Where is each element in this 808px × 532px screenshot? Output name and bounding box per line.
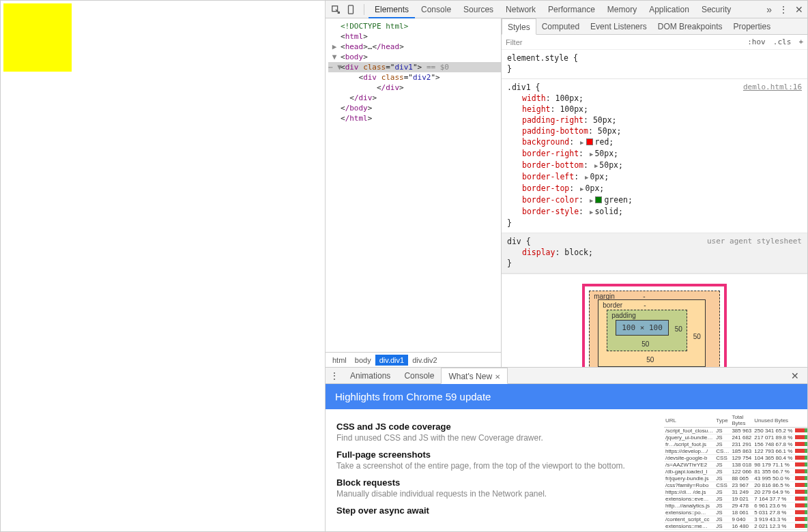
bm-border[interactable]: border - 50 50 padding 50 50 100 × 100: [598, 299, 706, 367]
drawer-tab-animations[interactable]: Animations: [343, 368, 397, 384]
dom-div2-close[interactable]: </div>: [328, 83, 501, 93]
css-decl[interactable]: width: 100px;: [507, 93, 802, 104]
tab-network[interactable]: Network: [500, 1, 542, 18]
dom-html-close[interactable]: </html>: [328, 113, 501, 123]
dom-div1[interactable]: ⋯ ▼<div class="div1"> == $0: [328, 62, 501, 72]
drawer-close-icon[interactable]: ✕: [791, 370, 799, 381]
new-rule-button[interactable]: +: [798, 38, 803, 46]
whatsnew-features: CSS and JS code coverageFind unused CSS …: [326, 409, 664, 531]
css-decl[interactable]: padding-bottom: 50px;: [507, 125, 802, 136]
div1-box[interactable]: [3, 3, 72, 72]
table-row[interactable]: /content_script_ccJS9 0403 919 43.3 %: [664, 516, 807, 523]
table-row[interactable]: fr…/script_foot.jsJS231 291156 748 67.8 …: [664, 441, 807, 448]
dom-body-close[interactable]: </body>: [328, 103, 501, 113]
subtab-properties[interactable]: Properties: [727, 18, 776, 35]
close-icon[interactable]: ✕: [495, 373, 500, 381]
bc-html[interactable]: html: [328, 355, 351, 366]
dom-tree[interactable]: <!DOCTYPE html> <html> ▶<head>…</head> ▼…: [326, 18, 501, 352]
css-decl[interactable]: border-top: ▶0px;: [507, 183, 802, 194]
main-toolbar: Elements Console Sources Network Perform…: [326, 1, 807, 18]
subtab-dombreakpoints[interactable]: DOM Breakpoints: [652, 18, 728, 35]
styles-filter-input[interactable]: Filter: [506, 38, 742, 46]
subtab-computed[interactable]: Computed: [536, 18, 585, 35]
tab-security[interactable]: Security: [695, 1, 737, 18]
breadcrumb: html body div.div1 div.div2: [326, 352, 501, 367]
subtab-eventlisteners[interactable]: Event Listeners: [585, 18, 652, 35]
feature-desc: Find unused CSS and JS with the new Cove…: [336, 433, 653, 443]
hov-toggle[interactable]: :hov: [747, 38, 766, 46]
bc-body[interactable]: body: [351, 355, 375, 366]
div2-box[interactable]: [3, 3, 72, 72]
table-row[interactable]: /jquery_ui-bundle…JS241 682217 071 89.8 …: [664, 434, 807, 441]
table-row[interactable]: https://di… /de.jsJS31 24920 279 64.9 %: [664, 489, 807, 496]
css-decl[interactable]: border-bottom: ▶50px;: [507, 160, 802, 171]
table-row[interactable]: extensions::po…JS18 0615 031 27.8 %: [664, 509, 807, 516]
styles-panel: Styles Computed Event Listeners DOM Brea…: [502, 18, 807, 367]
dom-body-open[interactable]: ▼<body>: [328, 52, 501, 62]
tab-elements[interactable]: Elements: [369, 1, 415, 18]
device-icon[interactable]: [345, 3, 357, 16]
css-decl[interactable]: border-style: ▶solid;: [507, 206, 802, 218]
svg-rect-1: [349, 5, 354, 13]
bm-padding[interactable]: padding 50 50 100 × 100: [607, 310, 687, 351]
bc-div1[interactable]: div.div1: [375, 355, 408, 366]
drawer-tab-whatsnew[interactable]: What's New✕: [441, 368, 508, 384]
drawer-tabs: ⋮ Animations Console What's New✕ ✕: [326, 368, 807, 384]
rule-source-link[interactable]: demlo.html:16: [743, 82, 802, 93]
cls-toggle[interactable]: .cls: [773, 38, 792, 46]
css-decl[interactable]: border-color: ▶green;: [507, 194, 802, 206]
tab-console[interactable]: Console: [415, 1, 457, 18]
feature-title: Step over async await: [336, 505, 653, 516]
drawer-tab-console[interactable]: Console: [397, 368, 441, 384]
table-row[interactable]: extensions::eve…JS19 0217 164 37.7 %: [664, 496, 807, 503]
styles-subtabs: Styles Computed Event Listeners DOM Brea…: [502, 18, 807, 35]
devtools-panel: Elements Console Sources Network Perform…: [325, 1, 807, 531]
table-row[interactable]: /s=AAZWThrYE2JS138 01898 179 71.1 %: [664, 462, 807, 469]
bm-margin[interactable]: margin - border - 50 50 padding 50: [589, 291, 720, 367]
css-decl[interactable]: height: 100px;: [507, 104, 802, 115]
kebab-menu-icon[interactable]: ⋮: [779, 4, 788, 15]
table-row[interactable]: fr/jquery-bundle.jsJS88 06543 995 50.0 %: [664, 475, 807, 482]
css-decl[interactable]: padding-right: 50px;: [507, 115, 802, 125]
feature-desc: Take a screenshot of the entire page, fr…: [336, 461, 653, 471]
tab-application[interactable]: Application: [643, 1, 695, 18]
drawer: ⋮ Animations Console What's New✕ ✕ Highl…: [326, 368, 807, 531]
inspect-icon[interactable]: [330, 3, 342, 16]
table-row[interactable]: https://develop…/CS…185 863122 793 66.1 …: [664, 448, 807, 455]
css-decl[interactable]: background: ▶red;: [507, 136, 802, 148]
dom-doctype[interactable]: <!DOCTYPE html>: [328, 21, 501, 31]
bc-div2[interactable]: div.div2: [408, 355, 441, 366]
rule-div1[interactable]: demlo.html:16 .div1 { width: 100px;heigh…: [502, 79, 807, 233]
tab-memory[interactable]: Memory: [601, 1, 643, 18]
table-row[interactable]: /css?family=RoboCSS23 96720 816 86.5 %: [664, 482, 807, 489]
table-row[interactable]: extensions::me…JS16 4802 021 12.3 %: [664, 523, 807, 530]
css-decl[interactable]: display: block;: [507, 247, 802, 258]
close-devtools-icon[interactable]: ✕: [795, 4, 803, 15]
drawer-menu-icon[interactable]: ⋮: [330, 370, 339, 381]
css-decl[interactable]: border-right: ▶50px;: [507, 148, 802, 160]
dom-div2-open[interactable]: <div class="div2">: [328, 72, 501, 83]
css-decl[interactable]: border-left: ▶0px;: [507, 171, 802, 183]
feature-title: Full-page screenshots: [336, 449, 653, 460]
dom-div1-close[interactable]: </div>: [328, 93, 501, 103]
table-row[interactable]: http…//analytics.jsJS29 4786 961 23.6 %: [664, 503, 807, 509]
table-row[interactable]: /script_foot_closu…JS385 963250 341 65.2…: [664, 428, 807, 434]
devtools-window: Elements Console Sources Network Perform…: [0, 0, 808, 532]
style-rules: element.style { } demlo.html:16 .div1 { …: [502, 50, 807, 367]
more-tabs-icon[interactable]: »: [766, 4, 772, 15]
tab-sources[interactable]: Sources: [457, 1, 500, 18]
table-row[interactable]: /devsite-google-bCSS129 754104 365 80.4 …: [664, 455, 807, 462]
styles-filter-row: Filter :hov .cls +: [502, 35, 807, 50]
coverage-table: URLTypeTotal BytesUnused Bytes/script_fo…: [664, 409, 807, 531]
bm-content[interactable]: 100 × 100: [616, 320, 669, 336]
ua-stylesheet-label: user agent stylesheet: [707, 236, 802, 247]
dom-head[interactable]: ▶<head>…</head>: [328, 42, 501, 52]
tab-performance[interactable]: Performance: [542, 1, 601, 18]
demo-container: [3, 3, 325, 72]
dom-html-open[interactable]: <html>: [328, 31, 501, 42]
rule-element-style[interactable]: element.style { }: [502, 50, 807, 79]
rule-div-ua[interactable]: user agent stylesheet div { display: blo…: [502, 233, 807, 274]
table-row[interactable]: /db-gapi.loaded_lJS122 06681 355 66.7 %: [664, 469, 807, 475]
whatsnew-headline: Highlights from Chrome 59 update: [326, 384, 807, 409]
subtab-styles[interactable]: Styles: [502, 18, 536, 35]
